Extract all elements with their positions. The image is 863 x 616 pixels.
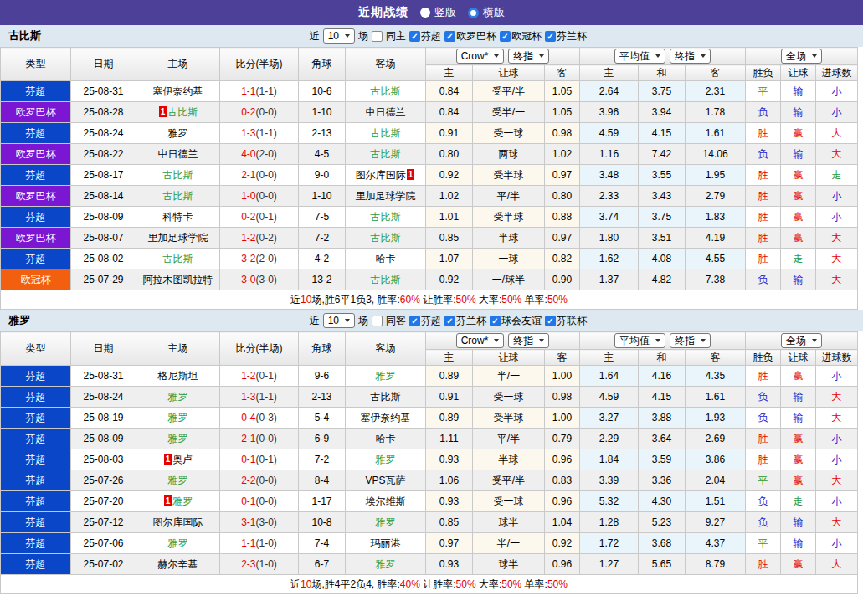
- league-badge: 欧罗巴杯: [1, 186, 71, 207]
- handicap-line: 半球: [473, 449, 545, 470]
- europe-away-odds: 7.38: [686, 270, 746, 290]
- radio-unchecked-icon[interactable]: [420, 8, 430, 18]
- team-name-text: 哈卡: [376, 433, 396, 444]
- league-checkbox[interactable]: ✓: [444, 31, 455, 42]
- league-filter[interactable]: ✓球会友谊: [490, 314, 542, 328]
- score-cell: 3-2(2-0): [220, 249, 299, 270]
- league-checkbox[interactable]: ✓: [409, 31, 420, 42]
- average-stage-select[interactable]: 终指: [670, 49, 711, 64]
- team-name-text: 中日德兰: [158, 148, 198, 160]
- odds-provider-select[interactable]: Crow*: [456, 49, 505, 64]
- league-badge: 芬超: [1, 408, 71, 429]
- odds-stage-select-value: 终指: [513, 49, 533, 64]
- league-filter[interactable]: ✓芬兰杯: [545, 29, 587, 44]
- handicap-away-odds: 0.92: [545, 533, 580, 554]
- result-goals: 小: [816, 81, 858, 102]
- league-filter[interactable]: ✓欧冠杯: [500, 29, 542, 44]
- date-cell: 25-08-14: [71, 186, 136, 207]
- team-name-text: VPS瓦萨: [365, 475, 405, 486]
- handicap-line: 球半: [473, 512, 545, 533]
- score-cell: 4-0(2-0): [220, 144, 299, 165]
- league-filter[interactable]: ✓芬超: [409, 29, 441, 44]
- dropdown-arrow-icon: [494, 54, 499, 58]
- team-name-text: 图尔库国际: [153, 516, 203, 528]
- league-badge: 欧罗巴杯: [1, 228, 71, 249]
- average-type-select[interactable]: 平均值: [614, 49, 665, 64]
- match-row: 芬超25-07-12图尔库国际3-1(3-0)10-8雅罗0.85球半1.041…: [1, 512, 858, 533]
- europe-home-odds: 1.84: [580, 449, 639, 470]
- league-checkbox[interactable]: ✓: [409, 316, 420, 326]
- average-stage-select[interactable]: 终指: [670, 333, 711, 348]
- handicap-away-odds: 0.96: [545, 449, 580, 470]
- score-halftime: (1-1): [256, 85, 277, 97]
- match-row: 欧罗巴杯25-08-281古比斯0-2(0-0)1-10中日德兰0.84受半/一…: [1, 102, 858, 123]
- team-name-text: 古比斯: [167, 106, 198, 118]
- score-fulltime: 2-2: [241, 475, 255, 486]
- league-checkbox[interactable]: ✓: [545, 31, 556, 42]
- odds-stage-select[interactable]: 终指: [508, 49, 549, 64]
- column-header-2: 主场: [136, 48, 220, 81]
- league-badge: 芬超: [1, 554, 71, 575]
- league-filter[interactable]: ✓欧罗巴杯: [444, 29, 496, 44]
- sub-column-header: 和: [639, 65, 686, 81]
- league-filter[interactable]: ✓芬兰杯: [444, 314, 486, 328]
- home-team-cell: 塞伊奈约基: [136, 81, 220, 102]
- league-checkbox[interactable]: ✓: [545, 316, 556, 326]
- match-row: 欧罗巴杯25-08-14古比斯1-0(0-0)1-10里加足球学院1.02平/半…: [1, 186, 858, 207]
- corner-cell: 7-2: [299, 449, 346, 470]
- result-scope-select[interactable]: 全场: [781, 49, 822, 64]
- result-group-header: 全场: [746, 48, 858, 65]
- match-row: 芬超25-08-09雅罗2-1(0-0)6-9哈卡1.11平/半0.792.29…: [1, 429, 858, 449]
- radio-checked-icon[interactable]: [468, 8, 479, 18]
- filter-controls: 近10场同主✓芬超✓欧罗巴杯✓欧冠杯✓芬兰杯: [310, 25, 587, 47]
- league-badge: 芬超: [1, 165, 71, 186]
- result-winlose: 胜: [746, 228, 781, 249]
- league-checkbox[interactable]: ✓: [500, 31, 511, 42]
- layout-option-vertical[interactable]: 竖版: [420, 5, 456, 20]
- match-row: 芬超25-08-17古比斯2-1(0-0)9-0图尔库国际10.92受半球0.9…: [1, 165, 858, 186]
- summary-label: 单率:: [521, 294, 547, 305]
- handicap-line: 一/球半: [473, 270, 545, 290]
- same-venue-checkbox[interactable]: [372, 31, 383, 42]
- dropdown-arrow-icon: [345, 319, 350, 322]
- handicap-home-odds: 0.84: [426, 81, 473, 102]
- handicap-home-odds: 0.85: [426, 228, 473, 249]
- europe-draw-odds: 3.64: [639, 429, 686, 449]
- result-goals: 小: [816, 491, 858, 512]
- odds-provider-select[interactable]: Crow*: [456, 333, 505, 348]
- score-halftime: (0-0): [256, 190, 277, 202]
- corner-cell: 9-0: [299, 165, 346, 186]
- away-team-cell: 古比斯: [346, 123, 426, 144]
- score-cell: 2-1(0-0): [220, 429, 299, 449]
- score-fulltime: 0-2: [241, 106, 255, 118]
- handicap-away-odds: 1.04: [545, 512, 580, 533]
- odds-stage-select[interactable]: 终指: [508, 333, 549, 348]
- same-venue-checkbox[interactable]: [372, 316, 383, 326]
- score-halftime: (0-2): [256, 232, 277, 244]
- dropdown-arrow-icon: [539, 54, 544, 58]
- red-card-badge: 1: [407, 169, 415, 180]
- europe-away-odds: 2.69: [686, 429, 746, 449]
- result-scope-select[interactable]: 全场: [781, 333, 822, 348]
- average-stage-select-value: 终指: [675, 334, 695, 348]
- layout-option-horizontal[interactable]: 横版: [468, 5, 505, 20]
- result-goals: 大: [816, 554, 858, 575]
- match-row: 芬超25-08-19雅罗0-4(0-3)5-4塞伊奈约基0.89受半球1.003…: [1, 408, 858, 429]
- league-filter[interactable]: ✓芬超: [409, 314, 441, 328]
- score-fulltime: 1-3: [241, 127, 255, 139]
- date-cell: 25-08-28: [71, 102, 136, 123]
- corner-cell: 7-2: [299, 228, 346, 249]
- games-count-select[interactable]: 10: [323, 28, 355, 44]
- league-checkbox[interactable]: ✓: [490, 316, 501, 326]
- team-sections: 古比斯近10场同主✓芬超✓欧罗巴杯✓欧冠杯✓芬兰杯类型日期主场比分(半场)角球客…: [0, 25, 863, 594]
- league-checkbox[interactable]: ✓: [444, 316, 455, 326]
- average-type-select[interactable]: 平均值: [614, 333, 665, 348]
- home-team-cell: 1奥卢: [136, 449, 220, 470]
- home-team-cell: 科特卡: [136, 207, 220, 228]
- result-winlose: 胜: [746, 165, 781, 186]
- score-cell: 2-1(0-0): [220, 165, 299, 186]
- games-count-select[interactable]: 10: [323, 313, 355, 328]
- league-badge: 芬超: [1, 533, 71, 554]
- result-handicap: 输: [781, 408, 816, 429]
- league-filter[interactable]: ✓芬联杯: [545, 314, 587, 328]
